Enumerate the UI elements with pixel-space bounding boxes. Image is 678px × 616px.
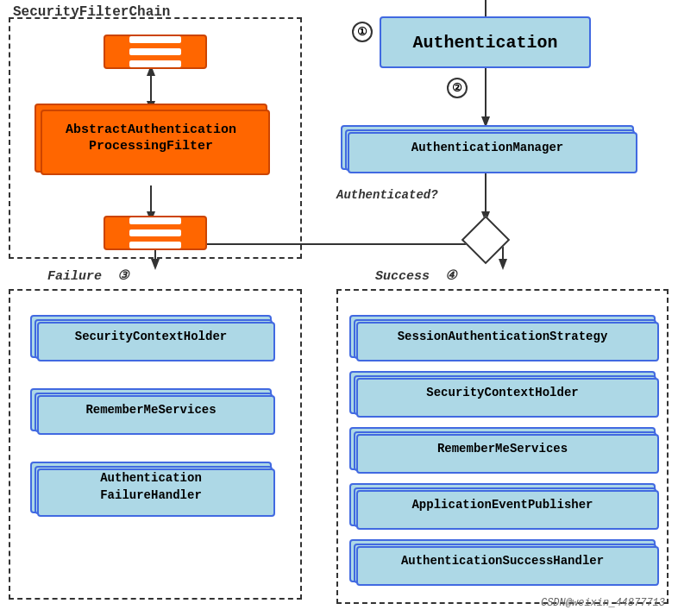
authenticated-question: Authenticated? (336, 188, 438, 202)
success-auth-success-handler: AuthenticationSuccessHandler (349, 539, 656, 582)
success-label: Success ④ (375, 267, 456, 284)
success-app-event-publisher: ApplicationEventPublisher (349, 483, 656, 526)
svg-marker-9 (499, 259, 507, 270)
step-1-badge: ① (352, 22, 373, 42)
decision-diamond (461, 216, 511, 265)
failure-remember-me-services: RememberMeServices (30, 388, 272, 431)
svg-marker-7 (151, 259, 160, 270)
abstract-auth-processing-filter-box: AbstractAuthenticationProcessingFilter (35, 104, 267, 173)
bottom-orange-box (104, 216, 207, 250)
diagram-container: SecurityFilterChain AbstractAuthenticati… (0, 0, 678, 616)
success-security-context-holder: SecurityContextHolder (349, 371, 656, 414)
top-orange-box (104, 35, 207, 69)
step-2-badge: ② (447, 78, 468, 98)
authentication-manager-box: AuthenticationManager (341, 125, 634, 170)
failure-security-context-holder: SecurityContextHolder (30, 315, 272, 358)
authentication-box: Authentication (380, 16, 591, 68)
watermark: CSDN@weixin_44877713 (541, 597, 665, 609)
success-session-auth-strategy: SessionAuthenticationStrategy (349, 315, 656, 358)
failure-label: Failure ③ (47, 267, 129, 284)
success-remember-me-services: RememberMeServices (349, 427, 656, 470)
failure-auth-failure-handler: AuthenticationFailureHandler (30, 462, 272, 513)
